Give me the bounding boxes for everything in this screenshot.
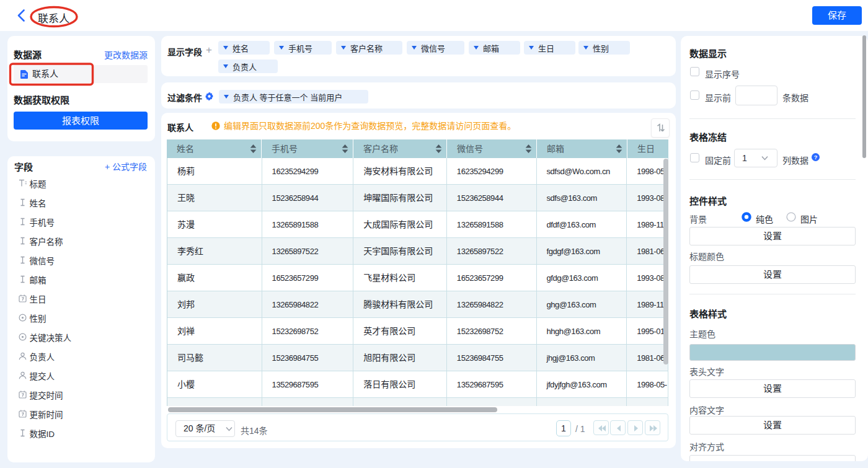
svg-text:?: ? [814,154,818,161]
